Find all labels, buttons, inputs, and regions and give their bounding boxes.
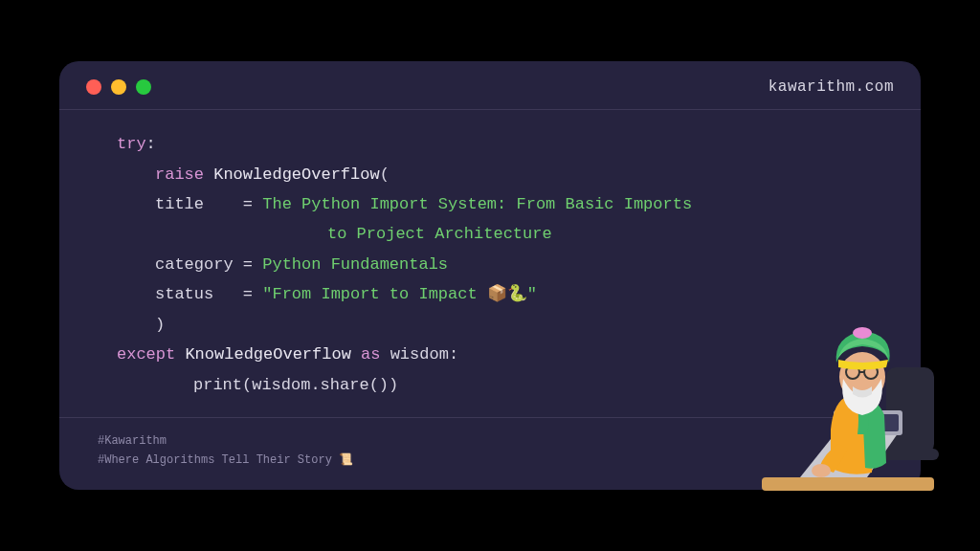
param-status-value: "From Import to Impact 📦🐍" [262, 285, 537, 303]
param-title-key: title [155, 195, 204, 213]
equals: = [243, 195, 253, 213]
alias-name: wisdom [390, 345, 449, 364]
equals: = [243, 285, 253, 303]
colon: : [146, 135, 156, 153]
svg-rect-1 [881, 449, 939, 460]
traffic-lights [86, 79, 151, 95]
close-icon[interactable] [86, 79, 101, 95]
svg-rect-2 [762, 477, 934, 491]
minimize-icon[interactable] [111, 79, 126, 95]
title-bar: kawarithm.com [59, 61, 921, 110]
mascot-illustration [743, 320, 953, 511]
close-paren: ) [155, 316, 165, 334]
exception-class: KnowledgeOverflow [213, 165, 379, 184]
svg-point-11 [853, 327, 872, 339]
param-title-value-l1: The Python Import System: From Basic Imp… [262, 195, 692, 213]
colon: : [449, 345, 458, 364]
svg-point-5 [812, 464, 831, 477]
equals: = [243, 255, 253, 274]
keyword-except: except [117, 345, 175, 364]
param-category-value: Python Fundamentals [262, 255, 448, 274]
open-paren: ( [380, 165, 390, 184]
param-category-key: category [155, 255, 234, 274]
keyword-try: try [117, 135, 146, 153]
exception-class-ref: KnowledgeOverflow [185, 345, 350, 364]
site-name: kawarithm.com [768, 78, 894, 96]
print-call: print(wisdom.share()) [193, 376, 398, 394]
keyword-as: as [361, 345, 380, 364]
maximize-icon[interactable] [136, 79, 151, 95]
keyword-raise: raise [155, 165, 204, 184]
param-status-key: status [155, 285, 213, 303]
param-title-value-l2: to Project Architecture [327, 225, 552, 243]
